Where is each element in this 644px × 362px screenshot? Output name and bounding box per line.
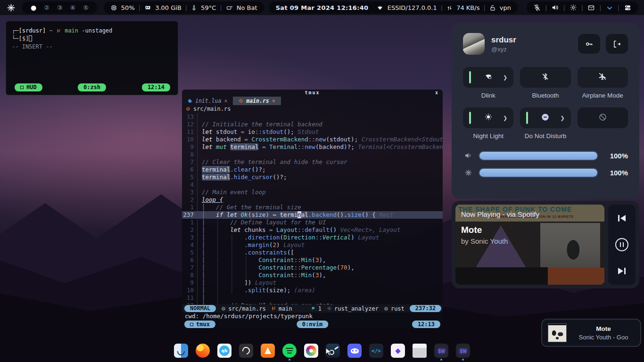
workspace-1-active[interactable]: ● [31, 4, 36, 11]
tmux-session-pill[interactable]: tmux [184, 321, 215, 328]
rust-icon [186, 107, 190, 111]
tmux-status-bar: tmux 0:nvim 12:13 [182, 320, 443, 329]
volume-tray-icon[interactable] [551, 4, 559, 12]
active-indicator [469, 112, 471, 124]
running-indicator [419, 359, 421, 361]
toggle-airplane-mode[interactable] [578, 67, 628, 88]
code-line: 3│ │ │ .direction(Direction::Vertical) L… [182, 234, 443, 241]
nixos-logo-icon[interactable] [7, 3, 16, 12]
zsh-status-bar: HUD 0:zsh 12:14 [6, 83, 178, 91]
tab-main-rs[interactable]: main.rs × [233, 97, 281, 105]
toggle-disabled[interactable] [578, 107, 628, 128]
tab-init-lua[interactable]: init.lua × [182, 97, 233, 105]
running-indicator [354, 359, 355, 361]
code-line: 7// Clear the terminal and hide the curs… [182, 158, 443, 166]
dock-vlc[interactable] [261, 344, 275, 358]
tab-close-icon[interactable]: × [224, 98, 227, 104]
code-line: 11let stdout = io::stdout(); Stdout [182, 128, 443, 136]
tray: | | | | | [527, 1, 638, 14]
user-handle: @xyz [491, 46, 516, 53]
mail-icon[interactable] [587, 4, 595, 11]
brightness-slider[interactable] [479, 169, 597, 177]
toggle-bluetooth[interactable] [520, 67, 570, 88]
system-stats: 50% | 3.00 GiB | 59°C | No Bat [104, 1, 264, 14]
vpn-label: vpn [500, 4, 511, 11]
dock-wallet-2[interactable]: $W [456, 344, 470, 358]
chevron-right-icon[interactable]: ❯ [503, 115, 507, 121]
code-line: 6│ │ │ │ Constraint::Min(3), [182, 256, 443, 264]
blocked-icon [598, 113, 607, 123]
breadcrumb: src/main.rs [182, 105, 443, 113]
dock-obsidian[interactable]: ◆ [391, 344, 405, 358]
dock-qbittorrent[interactable]: qb [217, 344, 231, 358]
cursor-position: 237:32 [410, 305, 441, 312]
previous-track-button[interactable] [618, 215, 626, 222]
window-close-button[interactable]: x [435, 90, 438, 95]
toggle-dlink[interactable]: ❯ [463, 67, 513, 88]
system-tray-icon[interactable] [624, 4, 632, 11]
code-line: 13 [182, 113, 443, 121]
dock-obs[interactable] [239, 344, 253, 358]
lock-keys-button[interactable] [578, 34, 600, 54]
sun-icon [484, 113, 493, 123]
running-indicator [223, 359, 225, 361]
code-line: 4│ │ │ .margin(2) Layout [182, 241, 443, 249]
tmux-clock-pill: 12:13 [412, 321, 440, 328]
git-branch-icon [56, 28, 61, 33]
toggle-do-not-disturb[interactable]: ❯ [520, 107, 570, 128]
dock-photos[interactable] [304, 344, 318, 358]
workspace-2[interactable]: ② [44, 4, 50, 11]
updates-chevron-icon[interactable] [606, 4, 613, 11]
statusline-file: src/main.rs [228, 305, 265, 312]
volume-slider[interactable] [479, 152, 597, 160]
hud-pill[interactable]: HUD [15, 83, 42, 91]
vpn-lock-icon [489, 4, 496, 11]
hud-terminal-window[interactable]: ┌─[srdusr] ~ main -unstaged └─[$] -- INS… [6, 21, 178, 95]
album-art[interactable]: THE SHAPE OF PUNK TO COME A CHIMERICAL B… [455, 205, 604, 285]
chevron-right-icon[interactable]: ❯ [503, 74, 507, 81]
dock-trash[interactable] [413, 344, 427, 358]
workspace-3[interactable]: ③ [57, 4, 63, 11]
workspace-switcher: ●②③④⑤ [22, 1, 97, 14]
now-playing-card: THE SHAPE OF PUNK TO COME A CHIMERICAL B… [452, 201, 639, 288]
chevron-right-icon[interactable]: ❯ [560, 115, 564, 121]
code-line: 7│ │ │ │ Constraint::Percentage(70), [182, 264, 443, 272]
toggle-night-light[interactable]: ❯ [463, 107, 513, 128]
running-indicator [267, 359, 269, 361]
dock-firefox[interactable] [196, 344, 210, 358]
user-avatar[interactable] [463, 33, 485, 55]
workspace-5[interactable]: ⑤ [83, 4, 89, 11]
rust-icon [384, 306, 388, 311]
settings-gear-icon[interactable] [570, 4, 577, 12]
dock-vscode[interactable]: </> [369, 344, 383, 358]
tab-close-icon[interactable]: × [272, 98, 275, 104]
quick-toggles: ❯DlinkBluetoothAirplane Mode❯Night Light… [463, 67, 628, 140]
zsh-session-pill[interactable]: 0:zsh [78, 83, 106, 91]
window-title: tmux [305, 90, 320, 95]
diagnostic-flag-icon [311, 306, 316, 311]
tmux-nvim-window[interactable]: tmux x init.lua × main.rs × src/main.rs … [182, 90, 443, 329]
brightness-icon [463, 168, 473, 177]
code-editor[interactable]: 1312// Initialize the terminal backend11… [182, 113, 443, 304]
code-line: 5│ │ │ .constraints([ [182, 249, 443, 256]
pause-button[interactable] [615, 238, 628, 251]
mic-muted-icon[interactable] [533, 4, 541, 12]
clock[interactable]: Sat 09 Mar 2024 12:16:40 [269, 1, 375, 14]
workspace-4[interactable]: ④ [70, 4, 76, 11]
next-track-button[interactable] [618, 268, 626, 274]
terminal-output: ┌─[srdusr] ~ main -unstaged └─[$] -- INS… [6, 21, 178, 51]
logout-button[interactable] [606, 34, 628, 54]
dock-file-manager[interactable] [174, 344, 188, 358]
player-controls [608, 205, 636, 285]
media-notification[interactable]: Mote Sonic Youth - Goo [541, 319, 641, 347]
dock-discord[interactable] [347, 344, 362, 358]
code-line: 11│ │ [182, 294, 443, 302]
level-sliders: 100%100% [463, 147, 628, 181]
code-line: 10let backend = CrosstermBackend::new(st… [182, 136, 443, 143]
terminal-cursor [29, 35, 32, 41]
dock-wallet-1[interactable]: $W [434, 344, 448, 358]
code-line: 8│ │ │ │ Constraint::Min(3), [182, 272, 443, 279]
running-indicator [245, 359, 247, 361]
dock-spotify[interactable] [282, 344, 297, 358]
tmux-window-pill[interactable]: 0:nvim [297, 321, 328, 328]
